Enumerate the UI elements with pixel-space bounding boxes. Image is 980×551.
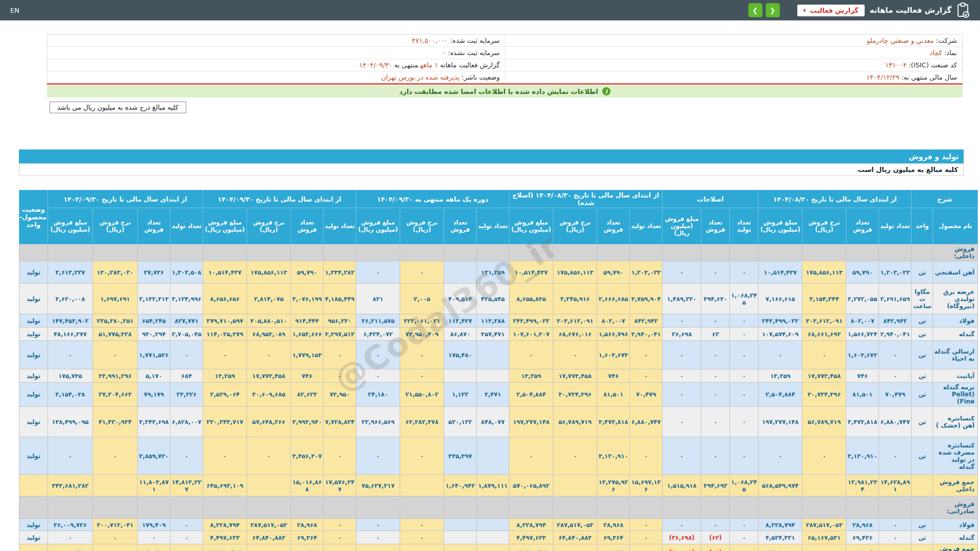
value-cell: ۶۴,۸۴۰,۸۸۳: [553, 531, 597, 544]
status-cell: [19, 475, 48, 496]
value-cell: ۲۷۹,۷۱۰,۵۹۷: [203, 314, 247, 328]
value-cell: ۵۷۰,۰۶۵,۸۹۲: [509, 475, 553, 496]
value-cell: ۲۴۳,۴۹۹,۰۲۲: [758, 314, 802, 328]
value-cell: ۶۳,۳۸۲,۳۷۸: [400, 407, 444, 437]
value-cell: ۲۳,۲۲۶: [170, 383, 203, 407]
empty-cell: [630, 496, 663, 519]
value-cell: ۱۲,۸۵۳,۱۱۵: [758, 544, 802, 551]
value-cell: (۶۲): [701, 544, 730, 551]
next-report-button[interactable]: ❯: [766, 3, 780, 17]
value-cell: ۲,۵۰۴,۸۸۴: [758, 383, 802, 407]
empty-cell: [170, 244, 203, 261]
value-cell: ۰: [203, 437, 247, 475]
value-cell: ۶۸,۶۷۶,۰۱۶: [553, 328, 597, 341]
product-name-cell: ارسالي گندله به احیاء: [933, 341, 978, 369]
top-bar: EN ❮ ❯ گزارش فعالیت ▾ گزارش فعالیت ماهان…: [0, 0, 980, 20]
unit-cell: تن: [912, 369, 933, 383]
empty-cell: [444, 244, 477, 261]
value-cell: ۰: [48, 437, 93, 475]
unit-cell: مگاوات ساعت: [912, 284, 933, 314]
value-cell: ۴,۴۹۷,۶۲۳: [203, 531, 247, 544]
value-cell: ۷۵,۶۲۷,۲۱۷: [356, 475, 400, 496]
amounts-unit-text: کلیه مبالغ به میلیون ریال است: [858, 166, 958, 173]
value-cell: [444, 519, 477, 531]
empty-cell: [19, 244, 48, 261]
value-cell: ۱,۳۳۴,۲۸۲: [324, 261, 356, 284]
value-cell: ۱۷۵,۸۵۶,۱۱۳: [553, 261, 597, 284]
value-cell: ۷۴۶: [597, 369, 630, 383]
value-cell: [444, 261, 477, 284]
value-cell: ۰: [48, 531, 93, 544]
empty-cell: [324, 496, 356, 519]
value-cell: ۰: [758, 341, 802, 369]
value-cell: ۲,۷۰۵,۰۴۵: [170, 328, 203, 341]
empty-cell: [138, 496, 170, 519]
value-cell: ۸,۶۵۶,۶۵۶: [203, 284, 247, 314]
column-header: نرخ فروش (ریال): [400, 208, 444, 244]
column-header: تعداد تولید: [630, 208, 663, 244]
column-group-header: دوره یک ماهه منتهی به ۱۴۰۴/۰۹/۳۰: [356, 190, 509, 208]
prev-report-button[interactable]: ❮: [748, 3, 763, 17]
value-cell: ۰: [509, 437, 553, 475]
value-cell: ۱۵,۰۱۶,۸۶۸: [291, 475, 324, 496]
value-cell: ۰: [170, 544, 203, 551]
value-cell: ۶۲: [701, 328, 730, 341]
value-cell: ۹۱۴,۴۴۴: [291, 314, 324, 328]
empty-cell: [93, 496, 138, 519]
empty-cell: [553, 244, 597, 261]
value-cell: ۸۴۲,۹۴۲: [879, 314, 912, 328]
value-cell: ۱۷,۷۷۳,۴۵۸: [553, 369, 597, 383]
value-cell: ۴,۵۲۴,۳۲۱: [758, 531, 802, 544]
value-cell: [802, 475, 846, 496]
value-cell: ۸۲,۶۲۳: [291, 383, 324, 407]
value-cell: ۱۲,۸۲۶,۴۱۷: [509, 544, 553, 551]
value-cell: ۰: [802, 437, 846, 475]
value-cell: ۳۲,۹۶۶,۵۶۹: [356, 407, 400, 437]
column-group-header: اصلاحات: [663, 190, 758, 208]
section-title: تولید و فروش: [909, 153, 959, 161]
table-row: گندلهتن۲,۹۴۰,۰۴۱۱,۵۶۶,۷۳۴۶۸,۶۶۱,۶۹۳۱۰۷,۵…: [19, 328, 978, 341]
value-cell: ۶۹,۳۶۴: [291, 531, 324, 544]
value-cell: ۸۰۲,۰۰۷: [597, 314, 630, 328]
empty-cell: [48, 496, 93, 519]
top-bar-actions: ❮ ❯ گزارش فعالیت ▾ گزارش فعالیت ماهانه: [748, 3, 970, 18]
empty-cell: [597, 244, 630, 261]
unit-cell: تن: [912, 437, 933, 475]
value-cell: ۷۳,۹۵۰,۴۰۹: [400, 328, 444, 341]
status-cell: تولید: [19, 284, 48, 314]
value-cell: ۵۶,۷۸۹,۷۱۹: [802, 407, 846, 437]
value-cell: ۱,۶۰۳,۶۷۳: [846, 341, 879, 369]
value-cell: ۰: [630, 544, 663, 551]
value-cell: ۰: [93, 531, 138, 544]
empty-cell: [291, 244, 324, 261]
language-en-link[interactable]: EN: [10, 7, 19, 14]
value-cell: ۳۰,۷۳۴,۳۹۶: [553, 383, 597, 407]
value-cell: ۰: [553, 341, 597, 369]
empty-cell: [400, 244, 444, 261]
status-cell: [19, 544, 48, 551]
unit-cell: تن: [912, 407, 933, 437]
value-cell: ۰: [663, 369, 701, 383]
unit-cell: تن: [912, 261, 933, 284]
value-cell: ۰: [630, 369, 663, 383]
status-cell: تولید: [19, 407, 48, 437]
column-header: تعداد فروش: [846, 208, 879, 244]
value-cell: ۱۳۰,۲۸۳,۰۲۰: [93, 261, 138, 284]
empty-cell: [247, 244, 291, 261]
value-cell: ۰: [630, 341, 663, 369]
value-cell: ۶,۴۲۴,۰۷۲: [356, 328, 400, 341]
column-group-header: از ابتدای سال مالی تا تاریخ ۱۴۰۴/۰۸/۳۰ (…: [509, 190, 663, 208]
value-cell: ۴۲۵,۵۴۵: [477, 284, 509, 314]
value-cell: ۲۸,۹۶۸: [291, 519, 324, 531]
value-cell: ۱۳۱,۲۵۹: [477, 261, 509, 284]
page-title: گزارش فعالیت ماهانه: [870, 6, 951, 15]
value-cell: ۱,۰۶۸,۲۴۵: [730, 284, 758, 314]
empty-cell: [730, 244, 758, 261]
status-cell: تولید: [19, 437, 48, 475]
value-cell: ۰: [663, 314, 701, 328]
unit-cell: تن: [912, 519, 933, 531]
value-cell: ۰: [630, 531, 663, 544]
report-type-dropdown[interactable]: گزارش فعالیت ▾: [797, 5, 865, 16]
empty-cell: [477, 244, 509, 261]
status-cell: تولید: [19, 369, 48, 383]
